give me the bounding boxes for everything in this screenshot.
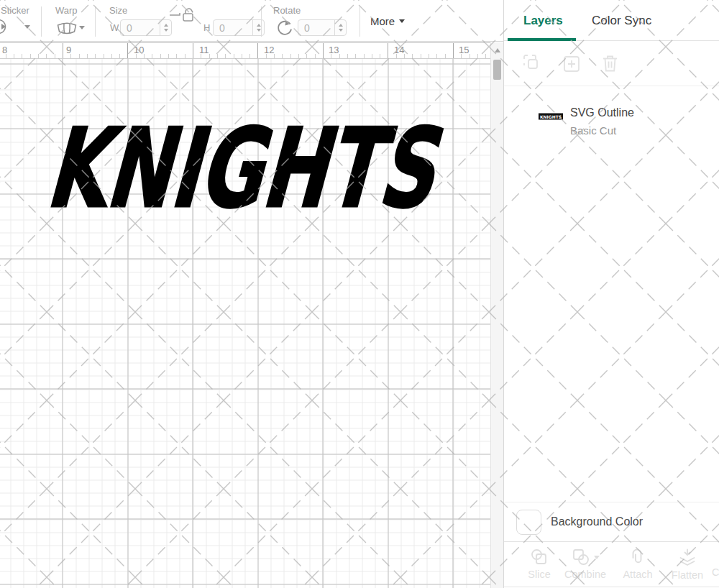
sticker-dropdown-caret-icon[interactable] [24,25,30,29]
height-input-group [213,19,265,36]
width-input[interactable] [121,20,160,35]
toolbar-divider [95,6,96,37]
width-input-group [120,19,172,36]
warp-group-label: Warp [55,5,78,16]
delete-icon[interactable] [601,54,619,73]
rotate-icon[interactable] [275,19,294,40]
partial-contour-button[interactable]: C [712,566,719,578]
ruler-number: 10 [134,45,144,55]
layer-subtitle: Basic Cut [570,122,634,139]
scrollbar-thumb[interactable] [493,60,501,80]
warp-dropdown-caret-icon[interactable] [79,26,85,29]
duplicate-icon[interactable] [523,54,542,73]
ruler-number: 14 [394,45,404,55]
canvas-vertical-scrollbar[interactable] [490,42,503,588]
warp-icon[interactable] [56,21,78,38]
layer-item-svg-outline[interactable]: KNIGHTS SVG Outline Basic Cut [504,93,719,141]
edit-toolbar: Sticker Warp Size W [0,0,503,42]
sticker-offset-icon[interactable] [0,17,13,39]
combine-icon [572,548,590,566]
ruler-number: 13 [329,45,339,55]
tab-layers[interactable]: Layers [523,14,563,28]
layer-tools-bar: Slice Combine [504,542,719,587]
design-canvas[interactable]: KNIGHTS [0,59,503,588]
rotate-stepper[interactable] [334,20,346,35]
combine-button[interactable]: Combine [562,548,609,580]
layer-actions-row [504,42,719,86]
ruler-number: 15 [459,45,469,55]
flatten-button-label: Flatten [672,569,703,581]
height-stepper[interactable] [252,20,264,35]
more-button-label: More [370,15,395,27]
more-button[interactable]: More [370,15,405,27]
scroll-up-arrow-icon[interactable] [495,48,500,52]
ruler-number: 11 [199,45,209,55]
rotate-input-group [298,19,347,36]
horizontal-ruler: 8 9 10 11 12 13 14 15 [0,42,503,59]
flatten-icon [678,548,697,567]
panel-tabs: Layers Color Sync [504,0,719,41]
tab-color-sync[interactable]: Color Sync [592,14,651,28]
rotate-input[interactable] [298,20,334,35]
design-text[interactable]: KNIGHTS [38,105,459,232]
layer-thumbnail-text: KNIGHTS [540,114,562,119]
active-tab-underline [508,38,576,41]
layer-title: SVG Outline [570,104,634,122]
flatten-button[interactable]: Flatten [667,548,708,581]
design-app-window: Sticker Warp Size W [0,0,719,588]
add-icon[interactable] [562,55,581,73]
more-caret-icon [399,19,405,23]
background-color-row: Background Color [504,502,719,542]
design-object-knights[interactable]: KNIGHTS [0,59,503,588]
combine-button-label: Combine [564,569,606,580]
ruler-number: 9 [66,45,71,55]
toolbar-divider [261,6,262,37]
toolbar-divider [360,6,360,37]
attach-button-label: Attach [623,569,652,580]
sticker-group-label: Sticker [1,5,29,16]
ruler-number: 12 [264,45,274,55]
slice-icon [530,548,549,566]
layer-text-block: SVG Outline Basic Cut [570,104,634,139]
background-color-swatch[interactable] [516,510,541,535]
combine-dropdown-caret-icon[interactable] [594,556,600,559]
layer-thumbnail: KNIGHTS [539,111,563,122]
height-field-label: H [203,22,210,33]
slice-button[interactable]: Slice [523,548,556,580]
toolbar-divider [41,6,42,37]
attach-icon [628,548,648,566]
height-input[interactable] [214,20,252,35]
lock-aspect-icon[interactable] [169,6,202,26]
work-area: Sticker Warp Size W [0,0,503,588]
width-field-label: W [110,22,119,33]
layers-panel: Layers Color Sync [503,0,719,588]
ruler-number: 8 [2,45,7,55]
background-color-label: Background Color [551,515,643,528]
size-group-label: Size [109,5,127,16]
rotate-group-label: Rotate [273,5,301,16]
slice-button-label: Slice [528,569,550,580]
attach-button[interactable]: Attach [619,548,656,580]
